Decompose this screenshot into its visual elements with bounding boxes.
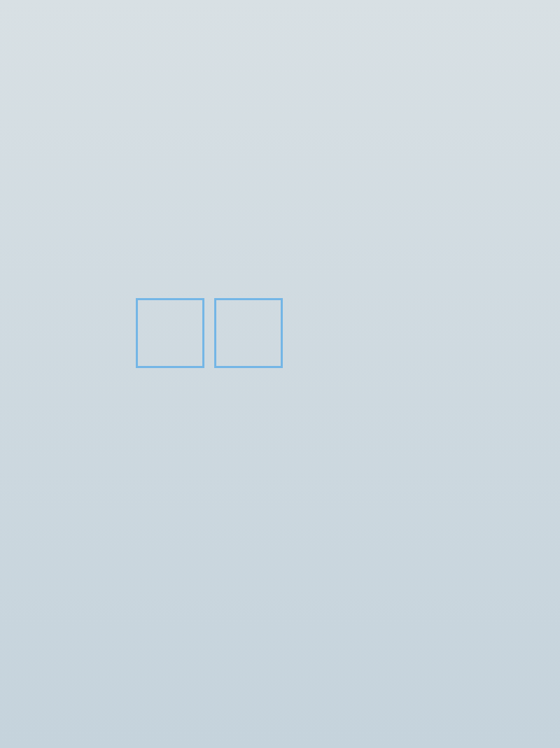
grocery-column bbox=[24, 276, 284, 368]
staff-3 bbox=[32, 144, 271, 234]
question-text bbox=[0, 0, 560, 18]
staff-1 bbox=[32, 34, 271, 123]
answer-box-2[interactable] bbox=[214, 298, 283, 368]
staff-4 bbox=[292, 144, 531, 234]
answer-area bbox=[24, 298, 284, 368]
answer-box-1[interactable] bbox=[136, 298, 204, 368]
staff-2 bbox=[292, 34, 531, 123]
music-staves bbox=[0, 34, 560, 234]
code-column bbox=[298, 276, 539, 368]
